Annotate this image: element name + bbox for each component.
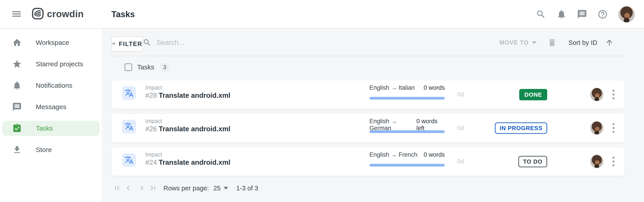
topbar: crowdin Tasks	[0, 0, 644, 28]
search-icon	[143, 38, 152, 47]
list-title: Tasks	[137, 63, 154, 71]
previous-page-icon[interactable]	[124, 184, 132, 193]
sidebar-item-notifications[interactable]: Notifications	[0, 75, 102, 96]
kebab-menu-icon[interactable]	[609, 147, 618, 176]
task-title-line: #26Translate android.xml	[145, 125, 230, 133]
last-page-icon[interactable]	[149, 184, 157, 193]
language-row: English → Italian 0 words	[370, 84, 445, 91]
progress-bar-fill	[370, 97, 445, 100]
rows-per-page-label: Rows per page:	[164, 185, 209, 192]
move-to-label: MOVE TO	[499, 39, 528, 46]
search-icon[interactable]	[536, 9, 546, 19]
task-title-line: #28Translate android.xml	[145, 92, 230, 100]
task-title-line: #24Translate android.xml	[145, 159, 230, 167]
list-header: Tasks 3	[103, 60, 170, 74]
translate-icon	[122, 86, 136, 100]
project-name: Impact	[145, 118, 162, 124]
translate-icon	[122, 153, 136, 167]
task-id: #24	[145, 159, 157, 166]
hamburger-menu-icon[interactable]	[12, 11, 21, 17]
filter-button[interactable]: FILTER	[111, 36, 143, 51]
download-icon	[12, 145, 22, 155]
kebab-menu-icon[interactable]	[609, 114, 618, 142]
assignee-avatar[interactable]	[590, 87, 604, 101]
delete-trash-icon[interactable]	[548, 38, 557, 47]
crowdin-app: crowdin Tasks Workspace	[0, 0, 644, 202]
bell-icon	[12, 81, 22, 90]
help-icon[interactable]	[598, 9, 608, 19]
language-row: English → German 0 words left	[370, 118, 445, 132]
sidebar-item-store[interactable]: Store	[0, 139, 102, 161]
sort-by-id-button[interactable]: Sort by ID	[568, 39, 597, 46]
words-count: 0 words	[424, 84, 445, 91]
home-icon	[12, 38, 22, 47]
filter-icon	[112, 40, 116, 47]
task-id: #26	[145, 125, 157, 133]
chat-icon	[12, 102, 22, 112]
sidebar-item-messages[interactable]: Messages	[0, 96, 102, 118]
task-row[interactable]: Impact #28Translate android.xml English …	[112, 80, 624, 109]
sidebar-item-label: Workspace	[36, 39, 69, 46]
sidebar-item-label: Store	[36, 146, 52, 154]
progress-bar-fill	[370, 164, 445, 167]
language-pair: English → Italian	[370, 84, 415, 91]
assignee-avatar[interactable]	[590, 121, 604, 135]
progress-bar	[370, 164, 445, 167]
move-to-dropdown[interactable]: MOVE TO	[499, 39, 537, 46]
language-row: English → French 0 words	[370, 151, 445, 158]
due-date: 0d	[447, 80, 474, 109]
translate-icon	[122, 120, 136, 134]
sidebar-item-label: Tasks	[36, 125, 53, 132]
due-date: 0d	[447, 147, 474, 176]
sidebar-item-label: Starred projects	[36, 60, 83, 68]
search-bar	[143, 29, 291, 56]
pagination: Rows per page: 25 1-3 of 3	[113, 181, 258, 196]
chevron-down-icon	[532, 41, 537, 44]
main-content: FILTER MOVE TO Sort by ID	[103, 29, 644, 202]
task-row[interactable]: Impact #24Translate android.xml English …	[112, 147, 624, 176]
sidebar-item-tasks[interactable]: Tasks	[0, 118, 102, 139]
select-all-checkbox[interactable]	[124, 63, 132, 71]
tasks-toolbar: FILTER MOVE TO Sort by ID	[103, 29, 644, 56]
rows-per-page-chevron-down-icon[interactable]	[224, 187, 228, 190]
status-badge: TO DO	[518, 156, 547, 167]
sort-direction-arrow-up-icon[interactable]	[605, 38, 614, 47]
crowdin-logo-icon	[32, 7, 44, 20]
star-icon	[12, 59, 22, 69]
notifications-bell-icon[interactable]	[556, 9, 567, 19]
project-name: Impact	[145, 151, 162, 158]
progress-bar	[370, 97, 445, 100]
task-title: Translate android.xml	[159, 159, 230, 166]
task-id: #28	[145, 92, 157, 99]
language-pair: English → French	[370, 151, 418, 158]
assignee-avatar[interactable]	[590, 155, 604, 168]
crowdin-logo[interactable]: crowdin	[32, 7, 84, 20]
task-row[interactable]: Impact #26Translate android.xml English …	[112, 114, 624, 142]
due-date: 0d	[447, 114, 474, 142]
language-pair: English → German	[370, 118, 416, 132]
first-page-icon[interactable]	[113, 184, 122, 193]
next-page-icon[interactable]	[138, 184, 146, 193]
status-badge: IN PROGRESS	[495, 122, 547, 134]
tasks-count-badge: 3	[160, 62, 170, 72]
topbar-actions	[536, 0, 644, 28]
filter-button-label: FILTER	[119, 41, 142, 47]
messages-chat-icon[interactable]	[577, 9, 587, 19]
sidebar-item-starred-projects[interactable]: Starred projects	[0, 53, 102, 75]
page-title: Tasks	[111, 0, 135, 28]
search-input[interactable]	[156, 39, 291, 47]
status-badge: DONE	[519, 89, 547, 100]
progress-bar-fill	[370, 130, 445, 133]
pagination-range: 1-3 of 3	[236, 185, 258, 192]
kebab-menu-icon[interactable]	[609, 80, 618, 109]
tasks-icon	[12, 123, 22, 133]
crowdin-logo-text: crowdin	[47, 9, 84, 19]
task-title: Translate android.xml	[159, 125, 230, 133]
task-title: Translate android.xml	[159, 92, 230, 99]
rows-per-page-value[interactable]: 25	[213, 185, 220, 192]
words-count: 0 words left	[416, 118, 445, 132]
sidebar-item-label: Messages	[36, 103, 66, 111]
progress-bar	[370, 130, 445, 133]
user-avatar[interactable]	[618, 6, 635, 23]
sidebar-item-workspace[interactable]: Workspace	[0, 32, 102, 53]
